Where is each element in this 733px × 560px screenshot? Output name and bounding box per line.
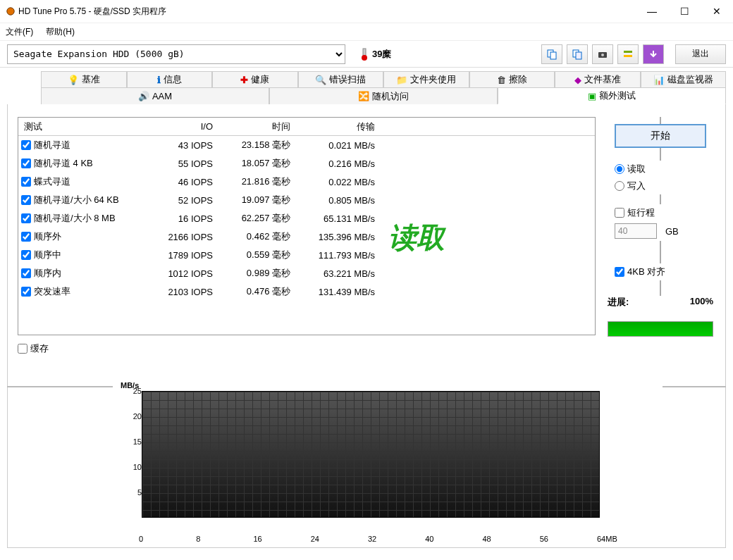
row-checkbox[interactable] <box>21 195 31 205</box>
xfer-value: 0.805 MB/s <box>293 195 378 206</box>
x-tick: 48 <box>483 535 491 543</box>
tab-extra-tests[interactable]: ▣额外测试 <box>498 87 726 104</box>
x-tick: 8 <box>196 535 200 543</box>
table-row: 顺序中 1789 IOPS 0.559 毫秒 111.793 MB/s <box>18 246 595 264</box>
table-row: 随机寻道 4 KB 55 IOPS 18.057 毫秒 0.216 MB/s <box>18 154 595 173</box>
row-checkbox[interactable] <box>21 250 31 260</box>
read-radio[interactable]: 读取 <box>615 163 706 175</box>
time-value: 0.989 毫秒 <box>216 267 293 280</box>
x-tick: 32 <box>368 535 376 543</box>
close-button[interactable]: ✕ <box>701 0 733 23</box>
xfer-value: 65.131 MB/s <box>293 213 378 224</box>
xfer-value: 0.216 MB/s <box>293 158 378 169</box>
time-value: 23.158 毫秒 <box>216 139 293 151</box>
options-button[interactable] <box>617 44 639 64</box>
tab-erase[interactable]: 🗑擦除 <box>469 71 555 88</box>
xfer-value: 0.021 MB/s <box>293 140 378 151</box>
window-title: HD Tune Pro 5.75 - 硬盘/SSD 实用程序 <box>18 6 166 18</box>
save-button[interactable] <box>643 44 664 64</box>
short-stroke-value[interactable] <box>615 223 657 239</box>
table-row: 顺序内 1012 IOPS 0.989 毫秒 63.221 MB/s <box>18 264 595 282</box>
menu-file[interactable]: 文件(F) <box>6 26 33 38</box>
chart-area <box>142 391 600 518</box>
trash-icon: 🗑 <box>497 75 506 85</box>
tab-random-access[interactable]: 🔀随机访问 <box>269 87 498 104</box>
test-name: 随机寻道 4 KB <box>34 157 93 170</box>
magnify-icon: 🔍 <box>315 75 326 85</box>
row-checkbox[interactable] <box>21 268 31 278</box>
short-stroke-checkbox[interactable]: 短行程 <box>615 206 706 219</box>
tab-info[interactable]: ℹ信息 <box>127 71 213 88</box>
speaker-icon: 🔊 <box>138 91 149 101</box>
table-row: 顺序外 2166 IOPS 0.462 毫秒 135.396 MB/s <box>18 228 595 246</box>
time-value: 0.559 毫秒 <box>216 249 293 261</box>
toolbar: Seagate Expansion HDD (5000 gB) 39糜 退出 <box>0 41 733 68</box>
y-tick: 20 <box>133 412 142 421</box>
svg-point-2 <box>362 55 367 61</box>
y-tick: 25 <box>133 387 142 395</box>
row-checkbox[interactable] <box>21 140 31 150</box>
align-checkbox[interactable]: 4KB 对齐 <box>615 266 706 278</box>
test-name: 顺序外 <box>34 230 61 243</box>
xfer-value: 135.396 MB/s <box>293 232 378 242</box>
app-icon <box>6 6 16 16</box>
exit-button[interactable]: 退出 <box>675 44 726 64</box>
cache-checkbox[interactable]: 缓存 <box>18 342 715 355</box>
copy-screenshot-button[interactable] <box>567 44 588 64</box>
tabs-row-2: 🔊AAM 🔀随机访问 ▣额外测试 <box>41 87 726 104</box>
table-row: 突发速率 2103 IOPS 0.476 毫秒 131.439 MB/s <box>18 282 595 301</box>
tabs-row-1: 💡基准 ℹ信息 ✚健康 🔍错误扫描 📁文件夹使用 🗑擦除 ◆文件基准 📊磁盘监视… <box>41 70 726 87</box>
tab-benchmark[interactable]: 💡基准 <box>41 71 127 88</box>
progress-label: 进展:100% <box>608 296 713 309</box>
test-name: 随机寻道 <box>34 139 70 151</box>
time-value: 0.462 毫秒 <box>216 230 293 243</box>
table-row: 随机寻道 43 IOPS 23.158 毫秒 0.021 MB/s <box>18 136 595 154</box>
svg-rect-6 <box>576 52 581 59</box>
svg-point-8 <box>601 54 604 56</box>
bulb-icon: 💡 <box>68 75 79 85</box>
tab-folder-usage[interactable]: 📁文件夹使用 <box>383 71 469 88</box>
xfer-value: 63.221 MB/s <box>293 268 378 279</box>
right-controls: 开始 读取 写入 短行程 GB 4KB 对齐 进展:100% <box>605 117 715 337</box>
thermometer-icon <box>359 47 369 61</box>
device-select[interactable]: Seagate Expansion HDD (5000 gB) <box>7 44 345 64</box>
test-name: 突发速率 <box>34 285 70 298</box>
y-tick: 10 <box>133 463 142 471</box>
progress-bar <box>608 321 713 337</box>
maximize-button[interactable]: ☐ <box>668 0 701 23</box>
test-name: 顺序中 <box>34 249 61 261</box>
extra-icon: ▣ <box>588 91 596 101</box>
io-value: 1012 IOPS <box>145 268 216 279</box>
row-checkbox[interactable] <box>21 158 31 168</box>
time-value: 21.816 毫秒 <box>216 175 293 188</box>
row-checkbox[interactable] <box>21 287 31 297</box>
tab-health[interactable]: ✚健康 <box>212 71 298 88</box>
tab-disk-monitor[interactable]: 📊磁盘监视器 <box>641 71 727 88</box>
file-icon: ◆ <box>574 75 581 85</box>
start-button[interactable]: 开始 <box>615 124 706 148</box>
info-icon: ℹ <box>157 75 161 85</box>
row-checkbox[interactable] <box>21 177 31 187</box>
xfer-value: 0.022 MB/s <box>293 177 378 187</box>
tab-error-scan[interactable]: 🔍错误扫描 <box>298 71 384 88</box>
copy-info-button[interactable] <box>541 44 562 64</box>
io-value: 52 IOPS <box>145 195 216 206</box>
time-value: 62.257 毫秒 <box>216 212 293 225</box>
io-value: 16 IOPS <box>145 213 216 224</box>
plus-icon: ✚ <box>240 75 248 85</box>
write-radio[interactable]: 写入 <box>615 180 706 192</box>
io-value: 55 IOPS <box>145 158 216 169</box>
chart: MB/s 510152025 0816243240485664MB <box>121 391 607 532</box>
xfer-value: 111.793 MB/s <box>293 250 378 261</box>
row-checkbox[interactable] <box>21 232 31 242</box>
svg-rect-9 <box>624 51 632 53</box>
io-value: 43 IOPS <box>145 140 216 151</box>
menu-help[interactable]: 帮助(H) <box>46 26 75 38</box>
io-value: 2166 IOPS <box>145 232 216 242</box>
tab-aam[interactable]: 🔊AAM <box>41 87 269 104</box>
minimize-button[interactable]: — <box>636 0 668 23</box>
svg-rect-4 <box>550 52 556 59</box>
tab-file-benchmark[interactable]: ◆文件基准 <box>555 71 641 88</box>
row-checkbox[interactable] <box>21 213 31 223</box>
screenshot-button[interactable] <box>592 44 613 64</box>
